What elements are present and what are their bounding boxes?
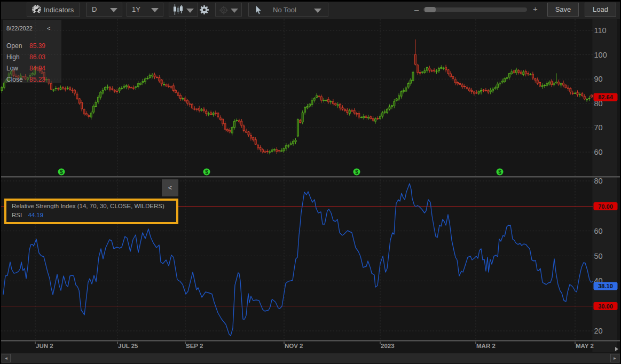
- svg-text:70: 70: [594, 123, 603, 132]
- svg-text:$: $: [60, 169, 63, 175]
- svg-text:30.00: 30.00: [598, 303, 613, 310]
- svg-text:SEP 2: SEP 2: [186, 343, 203, 349]
- svg-text:$: $: [355, 169, 358, 175]
- svg-text:80: 80: [594, 177, 603, 185]
- svg-text:70.00: 70.00: [598, 203, 613, 210]
- svg-text:JUL 25: JUL 25: [118, 343, 138, 349]
- svg-text:110: 110: [594, 26, 607, 35]
- svg-text:82.64: 82.64: [598, 94, 613, 100]
- svg-text:100: 100: [594, 51, 607, 59]
- svg-text:MAY 2: MAY 2: [576, 343, 594, 349]
- svg-text:50: 50: [594, 252, 603, 260]
- svg-text:2023: 2023: [381, 343, 395, 349]
- svg-text:MAR 2: MAR 2: [476, 343, 496, 349]
- svg-text:$: $: [498, 169, 501, 175]
- svg-text:90: 90: [594, 75, 603, 83]
- svg-text:60: 60: [594, 227, 603, 235]
- svg-text:20: 20: [594, 327, 603, 335]
- svg-text:60: 60: [594, 148, 603, 156]
- svg-text:$: $: [205, 169, 208, 175]
- svg-text:JUN 2: JUN 2: [36, 343, 53, 349]
- svg-text:38.10: 38.10: [598, 283, 613, 289]
- svg-text:NOV 2: NOV 2: [285, 343, 303, 349]
